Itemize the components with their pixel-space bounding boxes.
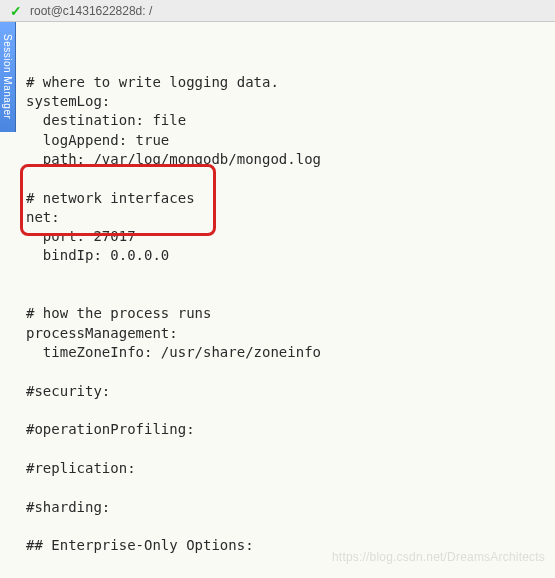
session-manager-tab[interactable]: Session Manager (0, 22, 16, 132)
terminal-content: # where to write logging data. systemLog… (26, 73, 545, 578)
check-icon: ✓ (10, 3, 22, 19)
window-titlebar: ✓ root@c1431622828d: / (0, 0, 555, 22)
window-title: root@c1431622828d: / (30, 4, 152, 18)
session-manager-label: Session Manager (2, 34, 13, 119)
terminal-viewport[interactable]: # where to write logging data. systemLog… (16, 22, 555, 578)
watermark-text: https://blog.csdn.net/DreamsArchitects (332, 550, 545, 564)
